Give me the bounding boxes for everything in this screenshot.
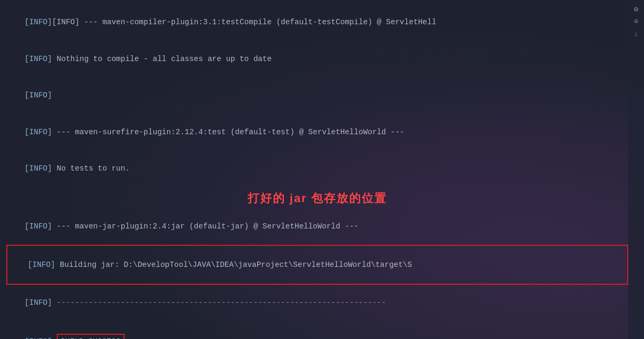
menu-icon[interactable]: ≡ <box>631 17 641 26</box>
jar-path-annotation: 打好的 jar 包存放的位置 <box>6 191 644 206</box>
info-tag: [INFO] <box>25 222 52 231</box>
info-tag: [INFO] <box>25 91 52 99</box>
log-line-2: [INFO] Nothing to compile - all classes … <box>6 41 644 78</box>
log-line-7: [INFO] --- maven-jar-plugin:2.4:jar (def… <box>6 208 644 245</box>
log-line-1: [INFO][INFO] --- maven-compiler-plugin:3… <box>6 4 644 41</box>
settings-icon[interactable]: ⚙ <box>631 4 641 14</box>
toolbar: ⚙ ≡ ↓ <box>628 0 644 339</box>
log-line-9: [INFO] ---------------------------------… <box>6 285 644 322</box>
info-tag: [INFO] <box>25 55 52 63</box>
log-line-5: [INFO] No tests to run. <box>6 151 644 187</box>
log-line-8-jar-path: [INFO] Building jar: D:\DevelopTool\JAVA… <box>6 245 628 285</box>
log-line-10-build-success: [INFO] BUILD SUCCESS <box>6 322 644 340</box>
scroll-down-icon[interactable]: ↓ <box>631 29 641 39</box>
info-tag: [INFO] <box>25 128 52 136</box>
log-line-3: [INFO] <box>6 77 644 114</box>
build-success-badge: BUILD SUCCESS <box>57 334 125 339</box>
log-line-4: [INFO] --- maven-surefire-plugin:2.12.4:… <box>6 114 644 151</box>
info-tag: [INFO] <box>25 298 52 307</box>
terminal-output: [INFO][INFO] --- maven-compiler-plugin:3… <box>0 0 644 339</box>
info-tag: [INFO] <box>25 18 52 26</box>
info-tag: [INFO] <box>28 261 55 269</box>
info-tag: [INFO] <box>25 164 52 173</box>
